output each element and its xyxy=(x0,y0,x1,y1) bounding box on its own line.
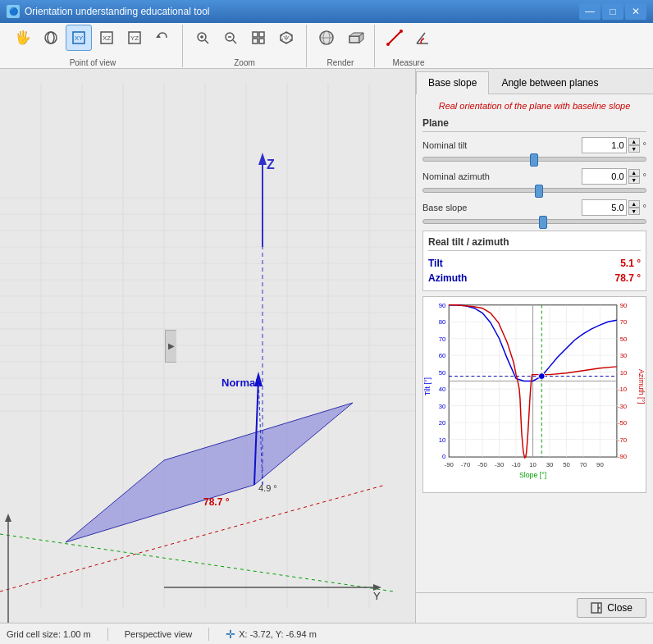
base-slope-spinners[interactable]: ▲ ▼ xyxy=(628,200,640,215)
svg-text:10: 10 xyxy=(620,369,628,377)
nominal-tilt-spinners[interactable]: ▲ ▼ xyxy=(628,138,640,153)
coordinates: X: -3.72, Y: -6.94 m xyxy=(239,629,317,639)
base-slope-label: Base slope xyxy=(422,203,582,212)
plane-section-header: Plane xyxy=(422,117,646,132)
nominal-azimuth-thumb[interactable] xyxy=(535,185,543,198)
measure-buttons xyxy=(381,25,436,51)
svg-text:70: 70 xyxy=(439,336,446,343)
svg-line-15 xyxy=(233,40,236,43)
svg-text:20: 20 xyxy=(439,419,446,427)
measure-label: Measure xyxy=(393,58,425,67)
real-section-header: Real tilt / azimuth xyxy=(428,236,641,251)
svg-text:Tilt [°]: Tilt [°] xyxy=(423,377,432,395)
chart-container: 90 80 70 60 50 40 30 20 10 0 90 70 50 30… xyxy=(422,296,646,493)
panel-tabs: Base slope Angle between planes xyxy=(416,69,653,94)
panel-content: Real orientation of the plane with basel… xyxy=(416,94,653,592)
svg-text:Normal: Normal xyxy=(221,377,258,389)
toolbar-group-zoom: Zoom xyxy=(183,25,307,67)
svg-text:-90: -90 xyxy=(618,453,628,460)
svg-text:70: 70 xyxy=(580,461,587,468)
azimuth-label: Azimuth xyxy=(428,272,467,284)
tab-angle-between-planes[interactable]: Angle between planes xyxy=(489,71,610,94)
viewport-3d[interactable]: Z Normal Y X 78.7 ° 4.9 ° ▶ xyxy=(0,69,415,623)
base-slope-down[interactable]: ▼ xyxy=(628,208,640,215)
nominal-azimuth-slider-row[interactable] xyxy=(422,188,646,193)
window-close-button[interactable]: ✕ xyxy=(625,3,646,20)
xz-view-button[interactable]: XZ xyxy=(94,25,120,51)
svg-text:-70: -70 xyxy=(618,436,628,444)
nominal-azimuth-up[interactable]: ▲ xyxy=(628,169,640,176)
svg-text:90: 90 xyxy=(596,461,604,468)
nominal-tilt-slider-row[interactable] xyxy=(422,157,646,162)
panel-collapse-arrow[interactable]: ▶ xyxy=(165,330,176,363)
rotate-view-button[interactable] xyxy=(149,25,176,51)
zoom-out-button[interactable] xyxy=(217,25,244,51)
svg-point-1 xyxy=(48,32,54,43)
pointofview-label: Point of view xyxy=(70,58,116,67)
zoom-fit-button[interactable] xyxy=(245,25,272,51)
nominal-azimuth-track[interactable] xyxy=(422,188,646,193)
nominal-tilt-down[interactable]: ▼ xyxy=(628,145,640,153)
base-slope-up[interactable]: ▲ xyxy=(628,200,640,208)
tab-base-slope[interactable]: Base slope xyxy=(416,71,489,94)
front-view-button[interactable]: XY xyxy=(66,25,92,51)
close-button-label: Close xyxy=(607,602,632,614)
zoom-in-button[interactable] xyxy=(190,25,216,51)
base-slope-track[interactable] xyxy=(422,219,646,224)
svg-text:Slope [°]: Slope [°] xyxy=(519,471,546,479)
nominal-tilt-track[interactable] xyxy=(422,157,646,162)
close-panel-button[interactable]: Close xyxy=(577,598,646,618)
svg-text:50: 50 xyxy=(439,369,446,377)
base-slope-slider-row[interactable] xyxy=(422,219,646,224)
svg-text:-10: -10 xyxy=(618,386,628,393)
minimize-button[interactable]: — xyxy=(579,3,600,20)
azimuth-row: Azimuth 78.7 ° xyxy=(428,271,641,285)
nominal-tilt-thumb[interactable] xyxy=(530,153,538,167)
yz-view-button[interactable]: YZ xyxy=(121,25,148,51)
nominal-tilt-up[interactable]: ▲ xyxy=(628,138,640,145)
nominal-azimuth-label: Nominal azimuth xyxy=(422,171,582,181)
svg-rect-16 xyxy=(253,32,258,37)
svg-text:4.9 °: 4.9 ° xyxy=(258,483,277,493)
svg-text:-10: -10 xyxy=(511,461,521,468)
render-sphere-button[interactable] xyxy=(313,25,340,51)
svg-rect-17 xyxy=(259,32,264,37)
measure-angle-button[interactable] xyxy=(409,25,436,51)
render-box-button[interactable] xyxy=(341,25,368,51)
svg-text:Azimuth [°]: Azimuth [°] xyxy=(637,369,646,404)
base-slope-row: Base slope 5.0 ▲ ▼ ° xyxy=(422,199,646,216)
3d-box-button[interactable] xyxy=(273,25,299,51)
base-slope-thumb[interactable] xyxy=(539,216,547,229)
svg-line-30 xyxy=(388,31,401,44)
info-text: Real orientation of the plane with basel… xyxy=(422,101,646,111)
title-bar: 🔵 Orientation understanding educational … xyxy=(0,0,653,23)
status-sep-2 xyxy=(208,628,209,641)
svg-text:70: 70 xyxy=(620,318,628,326)
tilt-row: Tilt 5.1 ° xyxy=(428,256,641,271)
svg-text:-30: -30 xyxy=(618,403,628,410)
svg-text:40: 40 xyxy=(439,386,446,393)
measure-line-button[interactable] xyxy=(381,25,408,51)
base-slope-unit: ° xyxy=(643,203,646,212)
title-bar-controls[interactable]: — □ ✕ xyxy=(579,3,646,20)
status-sep-1 xyxy=(107,628,108,641)
nominal-azimuth-spinners[interactable]: ▲ ▼ xyxy=(628,169,640,184)
nominal-azimuth-value: 0.0 xyxy=(582,168,627,185)
svg-text:Z: Z xyxy=(267,158,275,171)
nominal-tilt-row: Nominal tilt 1.0 ▲ ▼ ° xyxy=(422,137,646,153)
svg-text:-70: -70 xyxy=(461,461,471,468)
hand-tool-button[interactable]: 🖐 xyxy=(10,25,36,51)
bottom-bar: Close xyxy=(416,592,653,623)
svg-text:-30: -30 xyxy=(495,461,505,468)
svg-marker-137 xyxy=(598,606,600,610)
orbit-tool-button[interactable] xyxy=(38,25,64,51)
zoom-label: Zoom xyxy=(234,58,255,67)
pointofview-buttons: 🖐 XY XZ YZ xyxy=(10,25,176,51)
nominal-azimuth-down[interactable]: ▼ xyxy=(628,176,640,184)
svg-text:30: 30 xyxy=(439,403,446,410)
render-label: Render xyxy=(327,58,354,67)
nominal-tilt-unit: ° xyxy=(643,140,646,150)
toolbar-group-render: Render xyxy=(307,25,375,67)
maximize-button[interactable]: □ xyxy=(602,3,623,20)
svg-text:-50: -50 xyxy=(478,461,488,468)
